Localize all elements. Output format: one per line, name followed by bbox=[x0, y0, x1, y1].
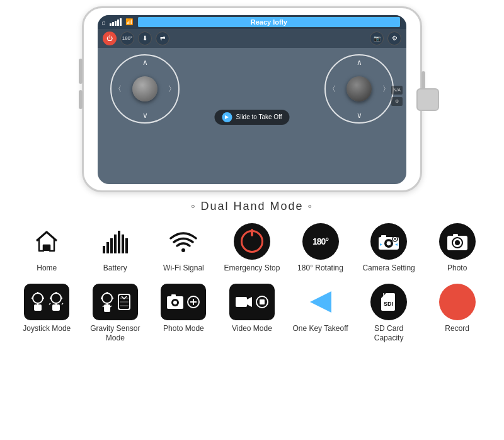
right-joystick-knob[interactable] bbox=[346, 76, 372, 101]
slide-label: Slide to Take Off bbox=[236, 113, 282, 120]
icon-item-gravity: Gravity Sensor Mode bbox=[87, 284, 144, 344]
photo-mode-icon bbox=[161, 284, 206, 320]
icon-item-emergency: Emergency Stop bbox=[224, 223, 280, 274]
svg-point-13 bbox=[33, 293, 43, 303]
left-joystick-left: 〈 bbox=[114, 83, 122, 94]
side-button-volume-down bbox=[79, 90, 83, 109]
svg-text:SDI: SDI bbox=[384, 301, 393, 307]
icon-item-photo-mode: Photo Mode bbox=[155, 284, 212, 334]
icon-item-takeoff: One Key Takeoff bbox=[292, 284, 349, 334]
gravity-label: Gravity Sensor Mode bbox=[87, 324, 144, 344]
rotate-180-icon: 180° bbox=[302, 223, 339, 260]
photo-label: Photo bbox=[447, 263, 467, 274]
photo-icon bbox=[439, 223, 476, 260]
svg-point-1 bbox=[181, 248, 185, 252]
right-joystick-down: ∨ bbox=[357, 111, 362, 120]
home-label: Home bbox=[37, 263, 57, 274]
emergency-label: Emergency Stop bbox=[224, 263, 280, 274]
right-joystick[interactable]: ∧ ∨ 〈 〉 bbox=[324, 54, 394, 124]
icons-row-1: Home Battery bbox=[13, 223, 491, 274]
svg-rect-28 bbox=[260, 299, 265, 304]
side-button-volume-up bbox=[79, 59, 83, 84]
dual-hand-mode-label: ◦ Dual Hand Mode ◦ bbox=[191, 200, 313, 213]
left-joystick-down: ∨ bbox=[142, 111, 148, 120]
gravity-sensor-icon bbox=[93, 284, 138, 320]
home-icon bbox=[28, 223, 65, 260]
settings-button[interactable]: ⚙ bbox=[387, 32, 401, 45]
screen-wifi-icon: 📶 bbox=[125, 18, 133, 25]
emergency-stop-icon bbox=[234, 223, 270, 260]
control-buttons-row: ⏻ 180° ⬇ ⇄ 📷 ⚙ bbox=[98, 29, 406, 48]
svg-rect-16 bbox=[52, 304, 60, 311]
icon-item-sdcard: SDI SD Card Capacity bbox=[360, 284, 417, 344]
svg-rect-0 bbox=[43, 245, 50, 251]
icons-row-2: Joystick Mode Gravity Sensor Mode bbox=[13, 284, 491, 344]
icon-item-joystick: Joystick Mode bbox=[18, 284, 75, 334]
svg-marker-29 bbox=[310, 291, 331, 313]
battery-icon bbox=[97, 223, 134, 260]
takeoff-icon bbox=[302, 284, 339, 320]
svg-rect-18 bbox=[104, 304, 110, 312]
joystick-area: ∧ ∨ 〈 〉 ∧ ∨ 〈 〉 N/A ⚙ bbox=[98, 48, 406, 130]
record-icon bbox=[439, 284, 476, 320]
icon-item-battery: Battery bbox=[87, 223, 144, 274]
svg-rect-12 bbox=[453, 234, 458, 237]
phone-section: ⌂ 📶 Reacy Iofly ⏻ 180° ⬇ ⇄ 📷 bbox=[82, 6, 422, 192]
icon-item-photo: Photo bbox=[429, 223, 486, 274]
rotate-180-label: 180° Rotating bbox=[297, 263, 343, 274]
svg-rect-25 bbox=[236, 297, 247, 307]
icon-item-record: Record bbox=[429, 284, 486, 334]
wifi-label: Wi-Fi Signal bbox=[163, 263, 204, 274]
icon-item-180: 180° 180° Rotating bbox=[292, 223, 349, 274]
takeoff-label: One Key Takeoff bbox=[292, 324, 348, 334]
svg-point-11 bbox=[455, 240, 460, 245]
icons-section: Home Battery bbox=[6, 223, 498, 354]
video-mode-label: Video Mode bbox=[232, 324, 272, 334]
camera-setting-icon bbox=[370, 223, 407, 260]
sdcard-label: SD Card Capacity bbox=[360, 324, 417, 344]
svg-point-22 bbox=[173, 301, 177, 304]
left-joystick[interactable]: ∧ ∨ 〈 〉 bbox=[110, 54, 180, 124]
right-joystick-up: ∧ bbox=[357, 58, 362, 67]
video-cam-button[interactable]: 📷 bbox=[370, 32, 384, 45]
download-button[interactable]: ⬇ bbox=[138, 32, 152, 45]
left-joystick-knob[interactable] bbox=[132, 76, 158, 101]
photo-mode-label: Photo Mode bbox=[163, 324, 204, 334]
svg-point-15 bbox=[51, 293, 61, 303]
sdcard-icon: SDI bbox=[370, 284, 407, 320]
rotate-button[interactable]: 180° bbox=[120, 32, 134, 45]
wifi-icon bbox=[165, 223, 202, 260]
slide-play-icon: ▶ bbox=[222, 112, 232, 122]
svg-point-17 bbox=[102, 293, 112, 303]
settings-panel-icon: ⚙ bbox=[391, 97, 403, 106]
icon-item-home: Home bbox=[18, 223, 75, 274]
status-bar: ⌂ 📶 Reacy Iofly bbox=[98, 15, 406, 29]
battery-label: Battery bbox=[103, 263, 127, 274]
svg-point-4 bbox=[386, 241, 391, 246]
app-title: Reacy Iofly bbox=[138, 17, 400, 27]
video-mode-icon bbox=[229, 284, 275, 320]
home-button[interactable] bbox=[416, 88, 439, 111]
joystick-mode-icon bbox=[24, 284, 69, 320]
svg-rect-14 bbox=[34, 304, 42, 311]
power-button[interactable]: ⏻ bbox=[103, 32, 117, 45]
swap-button[interactable]: ⇄ bbox=[156, 32, 169, 45]
screen-home-icon: ⌂ bbox=[101, 18, 106, 26]
phone-frame: ⌂ 📶 Reacy Iofly ⏻ 180° ⬇ ⇄ 📷 bbox=[82, 6, 422, 192]
record-label: Record bbox=[445, 324, 469, 334]
left-joystick-up: ∧ bbox=[142, 58, 148, 67]
svg-rect-23 bbox=[171, 294, 176, 298]
joystick-label: Joystick Mode bbox=[23, 324, 71, 334]
right-joystick-left: 〈 bbox=[328, 83, 336, 94]
left-joystick-right: 〉 bbox=[168, 83, 176, 94]
na-label: N/A bbox=[391, 86, 403, 95]
camera-setting-label: Camera Setting bbox=[362, 263, 415, 274]
right-panel-icons: N/A ⚙ bbox=[391, 86, 403, 106]
slide-takeoff-bar[interactable]: ▶ Slide to Take Off bbox=[214, 110, 289, 125]
phone-screen: ⌂ 📶 Reacy Iofly ⏻ 180° ⬇ ⇄ 📷 bbox=[98, 15, 406, 184]
right-joystick-right: 〉 bbox=[382, 83, 390, 94]
signal-bars bbox=[110, 18, 122, 26]
right-controls: 📷 ⚙ bbox=[370, 32, 401, 45]
icon-item-video: Video Mode bbox=[224, 284, 280, 334]
svg-point-8 bbox=[394, 238, 396, 240]
